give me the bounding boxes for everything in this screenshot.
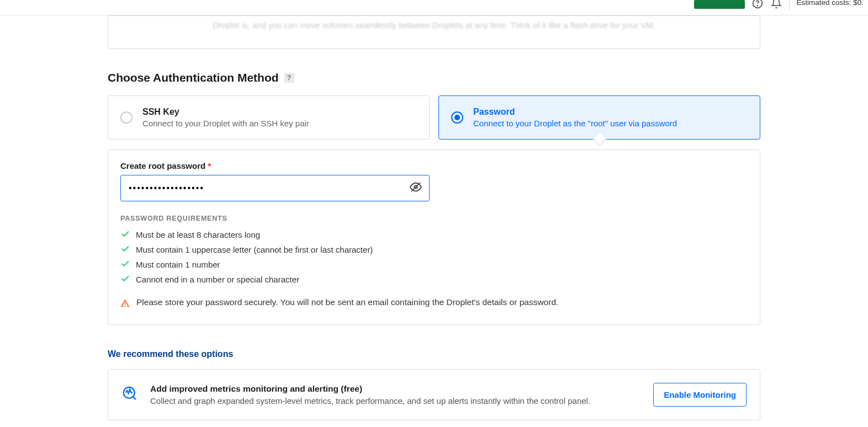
auth-help-badge[interactable]: ?: [284, 73, 294, 83]
password-warning: Please store your password securely. You…: [120, 297, 748, 310]
check-icon: [120, 229, 130, 241]
auth-heading-text: Choose Authentication Method: [108, 71, 279, 84]
password-label-text: Create root password: [120, 161, 205, 170]
password-title: Password: [473, 107, 677, 117]
password-field-label: Create root password *: [120, 161, 748, 170]
password-requirement: Cannot end in a number or special charac…: [120, 274, 748, 285]
root-password-input[interactable]: [120, 175, 430, 201]
monitoring-option-card: Add improved metrics monitoring and aler…: [108, 369, 760, 420]
check-icon: [120, 274, 130, 285]
password-requirements-heading: PASSWORD REQUIREMENTS: [120, 215, 748, 222]
password-requirement: Must be at least 8 characters long: [120, 229, 748, 241]
estimated-costs: Estimated costs: $0.: [796, 0, 864, 7]
monitoring-title: Add improved metrics monitoring and aler…: [150, 384, 641, 394]
radio-password[interactable]: [451, 111, 463, 124]
requirement-text: Cannot end in a number or special charac…: [136, 275, 299, 284]
requirement-text: Must contain 1 uppercase letter (cannot …: [136, 245, 373, 254]
ssh-desc: Connect to your Droplet with an SSH key …: [142, 119, 309, 128]
requirement-text: Must be at least 8 characters long: [136, 230, 260, 239]
auth-option-ssh[interactable]: SSH Key Connect to your Droplet with an …: [108, 95, 430, 140]
check-icon: [120, 244, 130, 255]
ssh-title: SSH Key: [142, 107, 309, 117]
create-button[interactable]: [694, 0, 745, 9]
required-star: *: [208, 161, 211, 170]
password-requirement: Must contain 1 uppercase letter (cannot …: [120, 244, 748, 255]
divider: [789, 0, 790, 10]
notification-icon[interactable]: [770, 0, 782, 10]
svg-point-1: [758, 6, 758, 6]
svg-line-5: [133, 397, 136, 399]
help-icon[interactable]: [751, 0, 764, 10]
password-requirements-list: Must be at least 8 characters long Must …: [120, 229, 748, 285]
auth-option-password[interactable]: Password Connect to your Droplet as the …: [438, 95, 760, 140]
warning-icon: [120, 298, 130, 310]
check-icon: [120, 259, 130, 270]
storage-description-box: Droplet is, and you can move volumes sea…: [108, 15, 760, 49]
monitoring-desc: Collect and graph expanded system-level …: [150, 396, 641, 405]
password-panel: Create root password * PASSWORD REQUIREM…: [108, 150, 760, 325]
storage-cutoff-text: Droplet is, and you can move volumes sea…: [213, 20, 655, 30]
monitoring-icon: [121, 385, 138, 404]
password-desc: Connect to your Droplet as the "root" us…: [473, 119, 677, 128]
toggle-password-visibility-icon[interactable]: [410, 181, 422, 195]
recommend-heading: We recommend these options: [108, 349, 760, 359]
requirement-text: Must contain 1 number: [136, 260, 220, 269]
warning-text: Please store your password securely. You…: [136, 297, 558, 307]
auth-section-heading: Choose Authentication Method ?: [108, 71, 760, 84]
password-requirement: Must contain 1 number: [120, 259, 748, 270]
radio-ssh[interactable]: [120, 111, 133, 124]
enable-monitoring-button[interactable]: Enable Monitoring: [653, 383, 747, 407]
